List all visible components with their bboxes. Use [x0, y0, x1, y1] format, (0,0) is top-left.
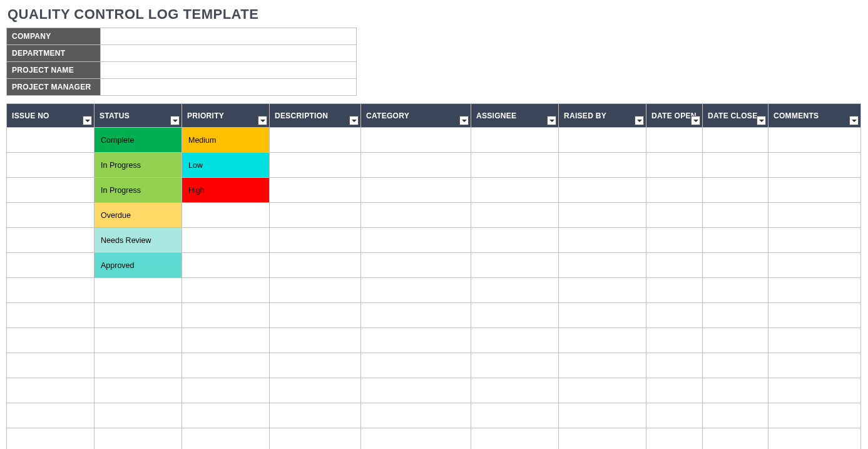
cell-raised-by[interactable] — [559, 153, 646, 178]
cell-date-close[interactable] — [703, 203, 768, 228]
cell-priority[interactable] — [182, 253, 270, 278]
cell-date-close[interactable] — [703, 428, 768, 450]
cell-status[interactable]: Approved — [94, 253, 182, 278]
cell-assignee[interactable] — [471, 303, 559, 328]
cell-assignee[interactable] — [471, 428, 559, 450]
cell-raised-by[interactable] — [559, 178, 646, 203]
cell-raised-by[interactable] — [559, 228, 646, 253]
cell-assignee[interactable] — [471, 278, 559, 303]
cell-date-open[interactable] — [646, 328, 703, 353]
cell-date-open[interactable] — [646, 128, 703, 153]
cell-category[interactable] — [361, 153, 471, 178]
cell-date-close[interactable] — [703, 178, 768, 203]
cell-issue-no[interactable] — [7, 178, 94, 203]
cell-description[interactable] — [270, 128, 361, 153]
cell-date-close[interactable] — [703, 153, 768, 178]
cell-priority[interactable] — [182, 403, 270, 428]
cell-assignee[interactable] — [471, 203, 559, 228]
cell-comments[interactable] — [768, 253, 861, 278]
cell-date-close[interactable] — [703, 253, 768, 278]
cell-priority[interactable]: Medium — [182, 128, 270, 153]
cell-status[interactable]: Complete — [94, 128, 182, 153]
cell-description[interactable] — [270, 303, 361, 328]
cell-category[interactable] — [361, 278, 471, 303]
cell-date-close[interactable] — [703, 353, 768, 378]
filter-dropdown-icon[interactable] — [849, 116, 859, 125]
cell-comments[interactable] — [768, 303, 861, 328]
cell-category[interactable] — [361, 178, 471, 203]
cell-raised-by[interactable] — [559, 428, 646, 450]
cell-status[interactable]: Overdue — [94, 203, 182, 228]
info-value-project-manager[interactable] — [101, 79, 357, 96]
cell-description[interactable] — [270, 328, 361, 353]
cell-description[interactable] — [270, 228, 361, 253]
filter-dropdown-icon[interactable] — [170, 116, 180, 125]
cell-assignee[interactable] — [471, 378, 559, 403]
cell-raised-by[interactable] — [559, 403, 646, 428]
cell-priority[interactable] — [182, 303, 270, 328]
cell-date-close[interactable] — [703, 378, 768, 403]
cell-issue-no[interactable] — [7, 303, 94, 328]
cell-description[interactable] — [270, 403, 361, 428]
cell-date-open[interactable] — [646, 153, 703, 178]
cell-comments[interactable] — [768, 203, 861, 228]
cell-raised-by[interactable] — [559, 128, 646, 153]
cell-status[interactable] — [94, 428, 182, 450]
cell-status[interactable] — [94, 328, 182, 353]
cell-comments[interactable] — [768, 178, 861, 203]
cell-priority[interactable] — [182, 428, 270, 450]
cell-issue-no[interactable] — [7, 253, 94, 278]
cell-issue-no[interactable] — [7, 203, 94, 228]
cell-raised-by[interactable] — [559, 328, 646, 353]
cell-date-close[interactable] — [703, 403, 768, 428]
cell-issue-no[interactable] — [7, 278, 94, 303]
cell-issue-no[interactable] — [7, 353, 94, 378]
cell-priority[interactable]: High — [182, 178, 270, 203]
filter-dropdown-icon[interactable] — [691, 116, 700, 125]
cell-date-open[interactable] — [646, 303, 703, 328]
cell-description[interactable] — [270, 153, 361, 178]
cell-description[interactable] — [270, 178, 361, 203]
cell-description[interactable] — [270, 378, 361, 403]
cell-issue-no[interactable] — [7, 428, 94, 450]
cell-raised-by[interactable] — [559, 278, 646, 303]
cell-issue-no[interactable] — [7, 153, 94, 178]
cell-raised-by[interactable] — [559, 378, 646, 403]
cell-status[interactable] — [94, 278, 182, 303]
cell-comments[interactable] — [768, 278, 861, 303]
cell-category[interactable] — [361, 203, 471, 228]
cell-category[interactable] — [361, 353, 471, 378]
cell-comments[interactable] — [768, 128, 861, 153]
cell-raised-by[interactable] — [559, 303, 646, 328]
filter-dropdown-icon[interactable] — [635, 116, 644, 125]
cell-status[interactable]: Needs Review — [94, 228, 182, 253]
cell-category[interactable] — [361, 253, 471, 278]
cell-issue-no[interactable] — [7, 403, 94, 428]
cell-date-open[interactable] — [646, 353, 703, 378]
info-value-company[interactable] — [101, 28, 357, 45]
cell-priority[interactable]: Low — [182, 153, 270, 178]
cell-raised-by[interactable] — [559, 203, 646, 228]
cell-priority[interactable] — [182, 203, 270, 228]
cell-comments[interactable] — [768, 228, 861, 253]
cell-category[interactable] — [361, 303, 471, 328]
cell-status[interactable] — [94, 353, 182, 378]
cell-date-open[interactable] — [646, 203, 703, 228]
filter-dropdown-icon[interactable] — [459, 116, 469, 125]
cell-priority[interactable] — [182, 378, 270, 403]
cell-issue-no[interactable] — [7, 378, 94, 403]
cell-category[interactable] — [361, 228, 471, 253]
cell-assignee[interactable] — [471, 153, 559, 178]
cell-assignee[interactable] — [471, 253, 559, 278]
cell-status[interactable] — [94, 303, 182, 328]
cell-priority[interactable] — [182, 278, 270, 303]
cell-date-open[interactable] — [646, 178, 703, 203]
filter-dropdown-icon[interactable] — [757, 116, 766, 125]
cell-category[interactable] — [361, 378, 471, 403]
cell-assignee[interactable] — [471, 228, 559, 253]
cell-category[interactable] — [361, 403, 471, 428]
cell-assignee[interactable] — [471, 403, 559, 428]
cell-description[interactable] — [270, 428, 361, 450]
cell-comments[interactable] — [768, 428, 861, 450]
cell-status[interactable] — [94, 403, 182, 428]
